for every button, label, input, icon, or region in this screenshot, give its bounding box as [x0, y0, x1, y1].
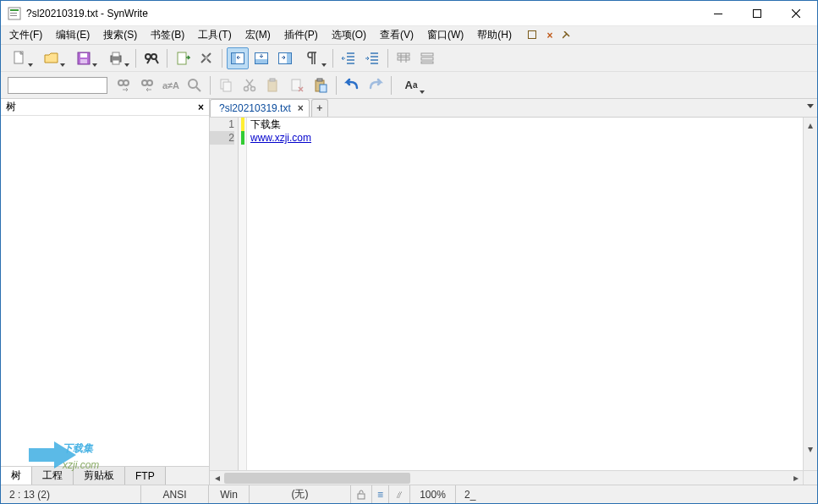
svg-rect-24	[398, 53, 409, 56]
menu-bar: 文件(F) 编辑(E) 搜索(S) 书签(B) 工具(T) 宏(M) 插件(P)…	[1, 26, 817, 45]
status-zoom[interactable]: 100%	[410, 485, 456, 503]
svg-rect-2	[10, 13, 17, 14]
svg-rect-1	[10, 9, 19, 11]
copy-button[interactable]	[215, 74, 237, 96]
match-case-button[interactable]: a≠A	[160, 74, 182, 96]
goto-button[interactable]	[172, 47, 194, 69]
svg-rect-3	[10, 15, 17, 16]
code-line: 下载集	[247, 118, 803, 131]
svg-rect-27	[421, 58, 433, 60]
menu-view[interactable]: 查看(V)	[373, 26, 420, 44]
status-eol[interactable]: Win	[209, 485, 250, 503]
menu-edit[interactable]: 编辑(E)	[49, 26, 96, 44]
svg-rect-44	[358, 494, 365, 499]
side-panel-header: 树 ×	[1, 99, 209, 116]
scroll-right-icon[interactable]: ▸	[788, 471, 803, 485]
side-tab-ftp[interactable]: FTP	[125, 467, 166, 485]
pin-icon[interactable]	[561, 30, 573, 41]
find-prev-button[interactable]	[136, 74, 158, 96]
menu-plugins[interactable]: 插件(P)	[277, 26, 325, 44]
panel-bottom-button[interactable]	[250, 47, 272, 69]
toolbar-separator	[332, 49, 333, 68]
status-select-icon[interactable]: ⫽	[389, 485, 410, 503]
paste-special-button[interactable]	[310, 74, 332, 96]
scroll-up-icon[interactable]: ▴	[804, 118, 817, 132]
scroll-track[interactable]	[224, 471, 788, 485]
side-panel-tabs: 树 工程 剪贴板 FTP	[1, 466, 209, 485]
delete-button[interactable]	[286, 74, 308, 96]
menu-macro[interactable]: 宏(M)	[239, 26, 277, 44]
side-panel-body	[1, 116, 209, 466]
tab-bar: ?sl20210319.txt × +	[210, 99, 817, 118]
title-bar: ?sl20210319.txt - SynWrite	[1, 1, 817, 26]
side-tab-tree[interactable]: 树	[1, 467, 32, 485]
menu-file[interactable]: 文件(F)	[3, 26, 49, 44]
syntax-button[interactable]	[416, 47, 438, 69]
side-tab-clipboard[interactable]: 剪贴板	[74, 467, 125, 485]
close-button[interactable]	[777, 1, 815, 26]
menu-tools[interactable]: 工具(T)	[191, 26, 238, 44]
change-mark-saved	[241, 131, 244, 145]
find-button[interactable]	[140, 47, 162, 69]
panel-left-button[interactable]	[227, 47, 249, 69]
font-button[interactable]: Aa	[396, 74, 426, 96]
close-doc-icon[interactable]: ×	[544, 30, 556, 41]
status-wrap-icon[interactable]: ≡	[372, 485, 389, 503]
menu-help[interactable]: 帮助(H)	[470, 26, 519, 44]
file-tab-close-icon[interactable]: ×	[298, 102, 304, 114]
settings-button[interactable]	[195, 47, 217, 69]
tab-dropdown-icon[interactable]	[807, 104, 814, 108]
redo-button[interactable]	[365, 74, 387, 96]
svg-point-30	[124, 80, 129, 85]
cut-button[interactable]	[239, 74, 261, 96]
unindent-button[interactable]	[338, 47, 360, 69]
zoom-button[interactable]	[184, 74, 206, 96]
menu-options[interactable]: 选项(O)	[325, 26, 373, 44]
vertical-scrollbar[interactable]: ▴ ▾	[803, 118, 817, 470]
toolbar-main	[1, 45, 817, 72]
svg-rect-16	[178, 52, 186, 64]
indent-button[interactable]	[361, 47, 383, 69]
restore-icon[interactable]	[527, 30, 539, 41]
side-panel: 树 × 树 工程 剪贴板 FTP	[1, 99, 210, 485]
print-button[interactable]	[101, 47, 131, 69]
toolbar-separator	[391, 76, 392, 95]
scroll-down-icon[interactable]: ▾	[804, 441, 817, 456]
code-link[interactable]: www.xzji.com	[250, 132, 311, 144]
undo-button[interactable]	[341, 74, 363, 96]
toolbar-separator	[387, 49, 388, 68]
scroll-left-icon[interactable]: ◂	[210, 471, 224, 485]
menu-search[interactable]: 搜索(S)	[96, 26, 144, 44]
side-tab-project[interactable]: 工程	[32, 467, 74, 485]
status-lexer[interactable]: (无)	[250, 485, 351, 503]
status-lock-icon[interactable]	[351, 485, 372, 503]
side-panel-title: 树	[6, 100, 198, 114]
minimize-button[interactable]	[699, 1, 738, 26]
file-tab[interactable]: ?sl20210319.txt ×	[210, 99, 310, 117]
scroll-thumb[interactable]	[224, 473, 410, 484]
panel-right-button[interactable]	[274, 47, 296, 69]
side-panel-close-icon[interactable]: ×	[198, 101, 204, 113]
toolbar-separator	[210, 76, 211, 95]
svg-rect-5	[754, 9, 761, 17]
change-mark-modified	[241, 118, 244, 131]
search-input[interactable]	[8, 77, 107, 94]
new-tab-button[interactable]: +	[311, 99, 328, 117]
pilcrow-button[interactable]	[298, 47, 328, 69]
app-icon	[8, 7, 21, 20]
maximize-button[interactable]	[738, 1, 777, 26]
menu-window[interactable]: 窗口(W)	[420, 26, 470, 44]
code-line: www.xzji.com	[247, 131, 803, 145]
save-file-button[interactable]	[69, 47, 99, 69]
menu-bookmark[interactable]: 书签(B)	[144, 26, 191, 44]
svg-rect-39	[270, 79, 275, 81]
code-area[interactable]: 下载集 www.xzji.com	[247, 118, 803, 470]
word-wrap-button[interactable]	[393, 47, 414, 69]
open-file-button[interactable]	[36, 47, 67, 69]
line-number: 1	[210, 118, 234, 131]
find-next-button[interactable]	[113, 74, 135, 96]
horizontal-scrollbar[interactable]: ◂ ▸	[210, 470, 817, 485]
status-encoding[interactable]: ANSI	[141, 485, 209, 503]
new-file-button[interactable]	[4, 47, 35, 69]
paste-button[interactable]	[262, 74, 284, 96]
